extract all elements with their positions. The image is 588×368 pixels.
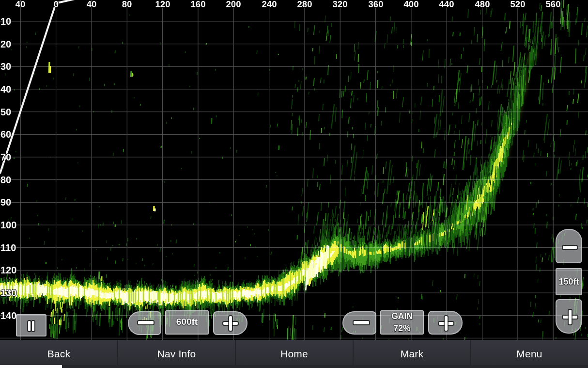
- svg-text:120: 120: [0, 265, 16, 275]
- svg-text:70: 70: [0, 152, 11, 162]
- svg-text:110: 110: [0, 242, 16, 253]
- svg-text:40: 40: [87, 0, 97, 9]
- svg-text:40: 40: [15, 0, 26, 9]
- svg-text:0: 0: [54, 0, 59, 9]
- svg-text:520: 520: [511, 0, 526, 9]
- svg-text:10: 10: [0, 16, 11, 27]
- svg-text:360: 360: [369, 0, 384, 9]
- svg-text:50: 50: [0, 107, 11, 117]
- svg-text:160: 160: [191, 0, 206, 9]
- svg-text:20: 20: [0, 39, 11, 49]
- svg-text:130: 130: [0, 288, 16, 298]
- svg-text:200: 200: [226, 0, 241, 9]
- svg-text:320: 320: [333, 0, 348, 9]
- svg-text:30: 30: [0, 61, 11, 72]
- svg-text:100: 100: [0, 220, 16, 230]
- svg-text:440: 440: [439, 0, 454, 9]
- svg-text:480: 480: [475, 0, 490, 9]
- svg-text:90: 90: [0, 197, 11, 208]
- svg-text:400: 400: [404, 0, 419, 9]
- svg-text:60: 60: [0, 129, 11, 140]
- svg-text:80: 80: [122, 0, 132, 9]
- svg-text:120: 120: [155, 0, 170, 9]
- svg-text:560: 560: [546, 0, 561, 9]
- svg-text:280: 280: [297, 0, 312, 9]
- svg-text:240: 240: [262, 0, 277, 9]
- svg-text:80: 80: [0, 175, 11, 185]
- svg-text:40: 40: [0, 84, 11, 95]
- svg-text:140: 140: [0, 310, 16, 321]
